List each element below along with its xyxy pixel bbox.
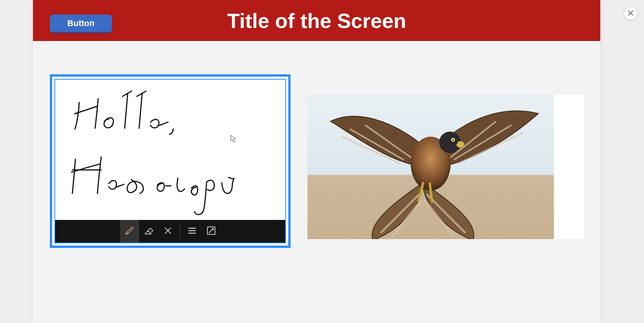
handwriting-svg xyxy=(55,80,285,220)
edit-icon xyxy=(206,226,216,237)
header-button[interactable]: Button xyxy=(50,15,112,33)
toolbar-separator xyxy=(180,225,180,238)
ink-toolbar xyxy=(55,220,285,243)
ink-inner xyxy=(54,79,286,243)
ink-tool-lines[interactable] xyxy=(182,220,202,243)
ink-tool-eraser[interactable] xyxy=(139,220,158,243)
close-icon xyxy=(628,10,634,17)
image-display xyxy=(307,95,554,239)
content-area xyxy=(33,41,600,323)
image-margin-right xyxy=(554,95,584,239)
ink-tool-edit[interactable] xyxy=(202,220,221,243)
svg-point-22 xyxy=(452,139,454,141)
ink-tool-pen[interactable] xyxy=(120,220,139,243)
ink-canvas[interactable] xyxy=(55,80,285,220)
falcon-image xyxy=(307,95,554,239)
svg-point-20 xyxy=(439,132,461,153)
page-title: Title of the Screen xyxy=(227,9,406,33)
header: Button Title of the Screen xyxy=(33,0,600,41)
clear-icon xyxy=(164,226,172,236)
close-button[interactable] xyxy=(624,7,637,20)
ink-control[interactable] xyxy=(50,74,291,248)
lines-icon xyxy=(187,226,197,237)
eraser-icon xyxy=(144,226,154,237)
pen-icon xyxy=(125,226,135,237)
main-panel: Button Title of the Screen xyxy=(33,0,600,323)
ink-tool-clear[interactable] xyxy=(158,220,177,243)
